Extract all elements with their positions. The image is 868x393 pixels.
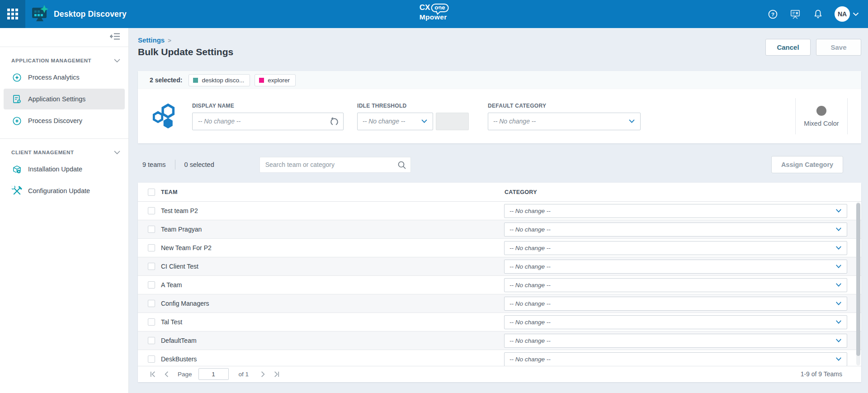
mixed-color-picker[interactable]: Mixed Color	[795, 98, 848, 134]
app-launcher-button[interactable]	[0, 0, 25, 28]
chevron-down-icon	[835, 301, 842, 306]
top-bar: Desktop Discovery CXone Mpower ? NA	[0, 0, 868, 28]
row-checkbox[interactable]	[148, 226, 155, 233]
sidebar-item-process-discovery[interactable]: Installation Update Process Discovery	[4, 110, 125, 131]
row-checkbox[interactable]	[148, 263, 155, 270]
sidebar-item-label: Process Discovery	[28, 117, 82, 124]
search-icon[interactable]	[397, 161, 406, 171]
brand-cx: CX	[420, 4, 430, 12]
help-icon[interactable]: ?	[767, 8, 778, 20]
table-row: CI Client Test-- No change --	[138, 257, 861, 276]
chevron-down-icon	[835, 264, 842, 269]
row-category-select[interactable]: -- No change --	[504, 241, 847, 255]
page-title: Bulk Update Settings	[138, 47, 233, 57]
row-checkbox[interactable]	[148, 355, 155, 363]
selected-app-chip[interactable]: desktop disco...	[189, 74, 250, 86]
chevron-down-icon	[835, 246, 842, 250]
row-category-value: -- No change --	[509, 356, 551, 363]
divider	[0, 47, 128, 47]
presentation-icon[interactable]	[789, 8, 801, 20]
row-checkbox[interactable]	[148, 300, 155, 307]
grid-icon	[7, 9, 18, 19]
default-category-label: DEFAULT CATEGORY	[488, 103, 641, 109]
row-category-select[interactable]: -- No change --	[504, 204, 847, 218]
scrollbar-track[interactable]	[856, 202, 860, 365]
team-name: Team Pragyan	[161, 226, 202, 233]
row-category-select[interactable]: -- No change --	[504, 278, 847, 292]
row-checkbox[interactable]	[148, 337, 155, 344]
search-input[interactable]	[259, 157, 411, 173]
save-button[interactable]: Save	[816, 39, 861, 56]
brand-one-bubble: one	[431, 4, 448, 12]
app-title: Desktop Discovery	[54, 9, 127, 19]
divider	[175, 160, 175, 170]
first-page-icon[interactable]	[146, 369, 160, 379]
table-row: Team Pragyan-- No change --	[138, 220, 861, 239]
row-category-select[interactable]: -- No change --	[504, 352, 847, 366]
selected-app-chip[interactable]: explorer	[255, 74, 296, 86]
row-category-select[interactable]: -- No change --	[504, 315, 847, 329]
table-row: DefaultTeam-- No change --	[138, 331, 861, 350]
row-checkbox[interactable]	[148, 244, 155, 251]
column-header-team: TEAM	[161, 189, 178, 195]
process-analytics-icon	[11, 72, 22, 83]
selection-strip: 2 selected: desktop disco...explorer	[138, 71, 861, 89]
chevron-down-icon	[853, 12, 859, 16]
breadcrumb: Settings>	[138, 36, 233, 44]
idle-threshold-label: IDLE THRESHOLD	[357, 103, 433, 109]
user-menu[interactable]: NA	[835, 6, 859, 22]
section-client-management[interactable]: CLIENT MANAGEMENT	[11, 150, 120, 155]
application-settings-icon	[11, 94, 22, 104]
brand-mpower: Mpower	[420, 14, 449, 21]
avatar[interactable]: NA	[835, 6, 850, 22]
row-checkbox[interactable]	[148, 281, 155, 289]
sidebar-item-process-analytics[interactable]: Process Analytics	[4, 67, 125, 88]
column-header-category: CATEGORY	[505, 189, 537, 195]
teams-count: 9 teams	[142, 161, 166, 168]
idle-threshold-number-input	[436, 113, 469, 130]
scrollbar-thumb[interactable]	[856, 203, 860, 356]
sidebar-item-label: Configuration Update	[28, 187, 90, 194]
table-row: Config Managers-- No change --	[138, 294, 861, 313]
reset-icon[interactable]	[330, 117, 339, 128]
row-checkbox[interactable]	[148, 318, 155, 326]
row-category-select[interactable]: -- No change --	[504, 334, 847, 348]
collapse-sidebar-icon[interactable]	[110, 33, 120, 42]
results-range-label: 1-9 of 9 Teams	[801, 370, 842, 378]
row-category-select[interactable]: -- No change --	[504, 223, 847, 237]
default-category-select[interactable]: -- No change --	[488, 113, 641, 130]
section-application-management[interactable]: APPLICATION MANAGEMENT	[11, 58, 120, 63]
display-name-input[interactable]	[192, 113, 344, 130]
assign-category-button[interactable]: Assign Category	[771, 156, 843, 173]
next-page-icon[interactable]	[256, 369, 269, 379]
row-category-value: -- No change --	[509, 319, 551, 326]
page-number-input[interactable]	[198, 368, 229, 380]
notifications-bell-icon[interactable]	[812, 8, 824, 20]
team-name: CI Client Test	[161, 263, 198, 270]
row-checkbox[interactable]	[148, 207, 155, 214]
bulk-edit-card: DISPLAY NAME IDLE THRESHOLD -- No change…	[138, 89, 861, 143]
sidebar-item-application-settings[interactable]: Application Settings	[4, 89, 125, 109]
configuration-update-icon	[11, 185, 22, 196]
display-name-label: DISPLAY NAME	[192, 103, 344, 109]
page-label: Page	[178, 371, 192, 378]
breadcrumb-separator: >	[168, 37, 171, 44]
row-category-select[interactable]: -- No change --	[504, 297, 847, 311]
last-page-icon[interactable]	[269, 369, 283, 379]
chevron-down-icon	[835, 320, 842, 324]
row-category-select[interactable]: -- No change --	[504, 260, 847, 274]
chevron-down-icon	[835, 208, 842, 213]
mixed-color-swatch[interactable]	[816, 106, 826, 116]
team-table-body: Test team P2-- No change --Team Pragyan-…	[138, 202, 861, 366]
sidebar-item-configuration-update[interactable]: Configuration Update	[4, 180, 125, 201]
row-category-value: -- No change --	[509, 226, 551, 233]
team-name: Config Managers	[161, 300, 209, 307]
row-category-value: -- No change --	[509, 208, 551, 214]
default-category-value: -- No change --	[493, 118, 536, 125]
cancel-button[interactable]: Cancel	[765, 39, 811, 56]
breadcrumb-settings-link[interactable]: Settings	[138, 36, 165, 44]
idle-threshold-select[interactable]: -- No change --	[357, 113, 433, 130]
select-all-checkbox[interactable]	[148, 189, 155, 196]
sidebar-item-installation-update[interactable]: Installation Update	[4, 159, 125, 180]
previous-page-icon[interactable]	[160, 369, 173, 379]
